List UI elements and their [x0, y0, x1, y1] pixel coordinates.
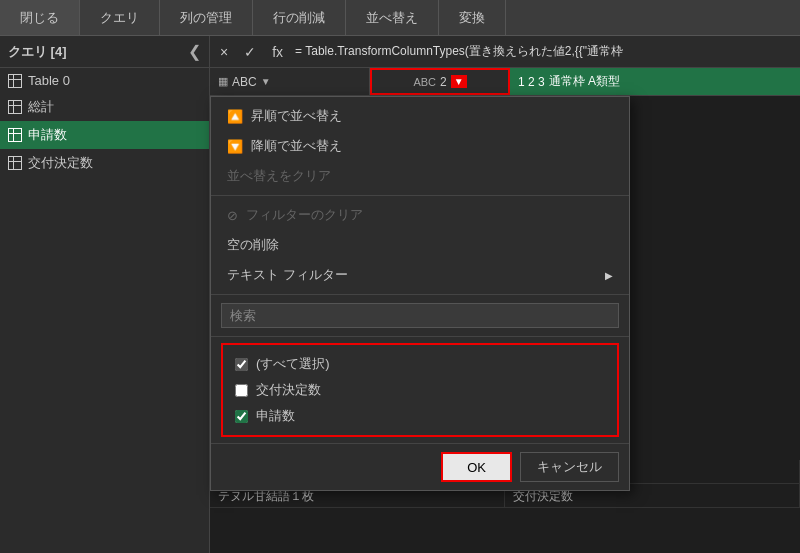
shinsei-icon	[8, 128, 22, 142]
clear-filter-label: フィルターのクリア	[246, 206, 363, 224]
sort-section: 🔼 昇順で並べ替え 🔽 降順で並べ替え 並べ替えをクリア	[211, 97, 629, 196]
col1-type-icon: ▦	[218, 75, 228, 88]
col1-header[interactable]: ▦ ABC ▼	[210, 68, 370, 95]
sort-desc-label: 降順で並べ替え	[251, 137, 342, 155]
sort-asc-label: 昇順で並べ替え	[251, 107, 342, 125]
check-kofu-label[interactable]: 交付決定数	[256, 381, 321, 399]
search-input[interactable]	[221, 303, 619, 328]
check-shinsei-item[interactable]: 申請数	[233, 403, 607, 429]
search-section	[211, 295, 629, 337]
sidebar-item-shinsei[interactable]: 申請数	[0, 121, 209, 149]
sidebar-header: クエリ [4] ❮	[0, 36, 209, 68]
col1-type-label: ABC	[232, 75, 257, 89]
col3-header: 1 2 3 通常枠 A類型	[510, 68, 800, 95]
clear-sort-label: 並べ替えをクリア	[227, 167, 331, 185]
sidebar-collapse-arrow[interactable]: ❮	[188, 42, 201, 61]
check-kofu-checkbox[interactable]	[235, 384, 248, 397]
confirm-formula-button[interactable]: ✓	[240, 42, 260, 62]
col1-dropdown-arrow[interactable]: ▼	[261, 76, 271, 87]
kofu-icon	[8, 156, 22, 170]
sort-asc-item[interactable]: 🔼 昇順で並べ替え	[211, 101, 629, 131]
sidebar-item-label-total: 総計	[28, 98, 54, 116]
ribbon-tab-columns[interactable]: 列の管理	[160, 0, 253, 35]
fx-button[interactable]: fx	[268, 42, 287, 62]
remove-empty-label: 空の削除	[227, 236, 279, 254]
sidebar: クエリ [4] ❮ Table 0 総計 申請数 交付決定数	[0, 36, 210, 553]
col-header-bar: ▦ ABC ▼ ABC 2 ▼ 1 2 3 通常枠 A類型	[210, 68, 800, 96]
filter-section: ⊘ フィルターのクリア 空の削除 テキスト フィルター ▶	[211, 196, 629, 295]
formula-content: = Table.TransformColumnTypes(置き換えられた値2,{…	[295, 43, 794, 60]
ribbon-tab-query[interactable]: クエリ	[80, 0, 160, 35]
remove-empty-item[interactable]: 空の削除	[211, 230, 629, 260]
clear-filter-item: ⊘ フィルターのクリア	[211, 200, 629, 230]
check-shinsei-checkbox[interactable]	[235, 410, 248, 423]
text-filter-item[interactable]: テキスト フィルター ▶	[211, 260, 629, 290]
sidebar-item-label-kofu: 交付決定数	[28, 154, 93, 172]
submenu-arrow: ▶	[605, 270, 613, 281]
col2-dropdown-arrow[interactable]: ▼	[451, 75, 467, 88]
ribbon-tab-rows[interactable]: 行の削減	[253, 0, 346, 35]
dropdown-menu: 🔼 昇順で並べ替え 🔽 降順で並べ替え 並べ替えをクリア ⊘ フィルターのクリア	[210, 96, 630, 491]
col3-type-label: 1 2 3	[518, 75, 545, 89]
col2-type-icon: ABC	[413, 76, 436, 88]
dropdown-buttons: OK キャンセル	[211, 443, 629, 490]
check-shinsei-label[interactable]: 申請数	[256, 407, 295, 425]
check-all-label[interactable]: (すべて選択)	[256, 355, 330, 373]
main-layout: クエリ [4] ❮ Table 0 総計 申請数 交付決定数 × ✓ fx = …	[0, 36, 800, 553]
clear-sort-item: 並べ替えをクリア	[211, 161, 629, 191]
sidebar-item-kofu[interactable]: 交付決定数	[0, 149, 209, 177]
check-kofu-item[interactable]: 交付決定数	[233, 377, 607, 403]
cancel-formula-button[interactable]: ×	[216, 42, 232, 62]
content-area: × ✓ fx = Table.TransformColumnTypes(置き換え…	[210, 36, 800, 553]
formula-bar: × ✓ fx = Table.TransformColumnTypes(置き換え…	[210, 36, 800, 68]
text-filter-label: テキスト フィルター	[227, 266, 348, 284]
sidebar-item-label-table0: Table 0	[28, 73, 70, 88]
sidebar-item-table0[interactable]: Table 0	[0, 68, 209, 93]
checklist: (すべて選択) 交付決定数 申請数	[221, 343, 619, 437]
sort-desc-item[interactable]: 🔽 降順で並べ替え	[211, 131, 629, 161]
sidebar-title: クエリ [4]	[8, 43, 67, 61]
cancel-button[interactable]: キャンセル	[520, 452, 619, 482]
table0-icon	[8, 74, 22, 88]
ribbon: 閉じる クエリ 列の管理 行の削減 並べ替え 変換	[0, 0, 800, 36]
sort-asc-icon: 🔼	[227, 109, 243, 124]
col2-header[interactable]: ABC 2 ▼	[370, 68, 510, 95]
ok-button[interactable]: OK	[441, 452, 512, 482]
sidebar-item-label-shinsei: 申請数	[28, 126, 67, 144]
sidebar-item-total[interactable]: 総計	[0, 93, 209, 121]
col2-label: 2	[440, 75, 447, 89]
sort-desc-icon: 🔽	[227, 139, 243, 154]
col3-label: 通常枠 A類型	[549, 73, 620, 90]
filter-icon: ⊘	[227, 208, 238, 223]
check-all-checkbox[interactable]	[235, 358, 248, 371]
check-all-item[interactable]: (すべて選択)	[233, 351, 607, 377]
ribbon-tab-transform[interactable]: 変換	[439, 0, 506, 35]
ribbon-tab-close[interactable]: 閉じる	[0, 0, 80, 35]
ribbon-tab-sort[interactable]: 並べ替え	[346, 0, 439, 35]
total-icon	[8, 100, 22, 114]
